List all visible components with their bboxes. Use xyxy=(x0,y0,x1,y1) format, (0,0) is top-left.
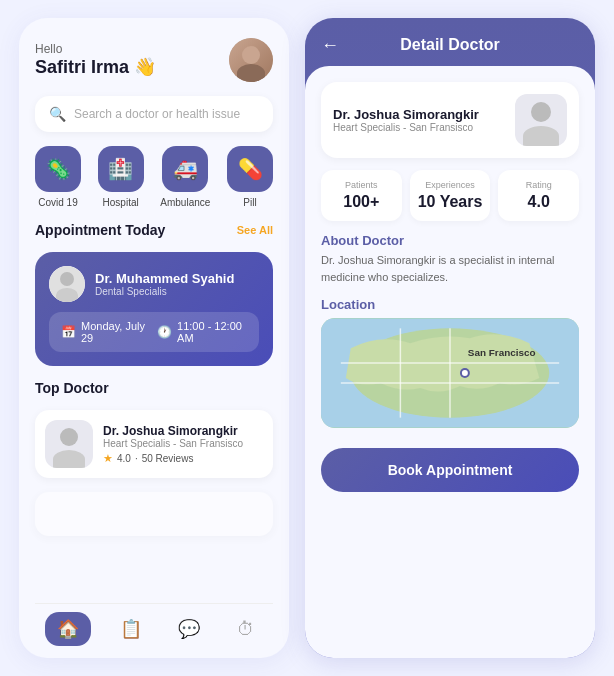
avatar-image xyxy=(229,38,273,82)
search-icon: 🔍 xyxy=(49,106,66,122)
about-title: About Doctor xyxy=(321,233,579,248)
map-svg: San Francisco xyxy=(321,318,579,428)
stat-rating-label: Rating xyxy=(506,180,571,190)
doctor-detail-name: Dr. Joshua Simorangkir xyxy=(333,107,505,122)
appointment-doc-row: Dr. Muhammed Syahid Dental Specialis xyxy=(49,266,259,302)
appointment-doc-spec: Dental Specialis xyxy=(95,286,234,297)
appointment-doc-name: Dr. Muhammed Syahid xyxy=(95,271,234,286)
stat-rating-value: 4.0 xyxy=(506,193,571,211)
appointment-date-item: 📅 Monday, July 29 xyxy=(61,320,147,344)
header-row: Hello Safitri Irma 👋 xyxy=(35,38,273,82)
calendar-icon: 📅 xyxy=(61,325,76,339)
see-all-link[interactable]: See All xyxy=(237,224,273,236)
category-hospital[interactable]: 🏥 Hospital xyxy=(98,146,144,208)
ambulance-icon: 🚑 xyxy=(162,146,208,192)
stat-patients-label: Patients xyxy=(329,180,394,190)
left-panel: Hello Safitri Irma 👋 🔍 Search a doctor o… xyxy=(19,18,289,658)
nav-home[interactable]: 🏠 xyxy=(45,612,91,646)
clock-icon: 🕐 xyxy=(157,325,172,339)
categories: 🦠 Covid 19 🏥 Hospital 🚑 Ambulance 💊 Pill xyxy=(35,146,273,208)
hospital-icon: 🏥 xyxy=(98,146,144,192)
doctor-detail-spec: Heart Specialis - San Fransisco xyxy=(333,122,505,133)
category-covid[interactable]: 🦠 Covid 19 xyxy=(35,146,81,208)
hospital-label: Hospital xyxy=(103,197,139,208)
nav-chat[interactable]: 💬 xyxy=(170,614,208,644)
top-doc-item-1-truncated xyxy=(35,492,273,536)
svg-text:San Francisco: San Francisco xyxy=(468,347,536,358)
search-placeholder: Search a doctor or health issue xyxy=(74,107,240,121)
doctor-detail-avatar xyxy=(515,94,567,146)
top-doc-avatar-0 xyxy=(45,420,93,468)
nav-calendar[interactable]: 📋 xyxy=(112,614,150,644)
appointment-doc-avatar-img xyxy=(49,266,85,302)
book-appointment-button[interactable]: Book Appointment xyxy=(321,448,579,492)
top-doc-name-0: Dr. Joshua Simorangkir xyxy=(103,424,263,438)
star-icon-0: ★ xyxy=(103,452,113,465)
stat-experiences: Experiences 10 Years xyxy=(410,170,491,221)
user-name: Safitri Irma 👋 xyxy=(35,56,156,78)
top-doc-info-0: Dr. Joshua Simorangkir Heart Specialis -… xyxy=(103,424,263,465)
top-doc-rating-0: ★ 4.0 · 50 Reviews xyxy=(103,452,263,465)
top-doctor-section-header: Top Doctor xyxy=(35,380,273,396)
stat-patients: Patients 100+ xyxy=(321,170,402,221)
top-doctor-title: Top Doctor xyxy=(35,380,109,396)
svg-point-8 xyxy=(462,370,468,376)
right-panel: ← Detail Doctor Dr. Joshua Simorangkir H… xyxy=(305,18,595,658)
covid-icon: 🦠 xyxy=(35,146,81,192)
right-content: Dr. Joshua Simorangkir Heart Specialis -… xyxy=(305,66,595,658)
rating-value-0: 4.0 xyxy=(117,453,131,464)
stat-exp-label: Experiences xyxy=(418,180,483,190)
right-title: Detail Doctor xyxy=(400,36,500,54)
appointment-date: Monday, July 29 xyxy=(81,320,147,344)
covid-label: Covid 19 xyxy=(38,197,77,208)
pill-label: Pill xyxy=(243,197,256,208)
map-container: San Francisco xyxy=(321,318,579,428)
top-doc-spec-0: Heart Specialis - San Fransisco xyxy=(103,438,263,449)
stats-row: Patients 100+ Experiences 10 Years Ratin… xyxy=(321,170,579,221)
location-section: Location San Francisco xyxy=(321,297,579,428)
greeting-block: Hello Safitri Irma 👋 xyxy=(35,42,156,78)
about-section: About Doctor Dr. Joshua Simorangkir is a… xyxy=(321,233,579,285)
bottom-nav: 🏠 📋 💬 ⏱ xyxy=(35,603,273,646)
back-button[interactable]: ← xyxy=(321,35,339,56)
pill-icon: 💊 xyxy=(227,146,273,192)
stat-rating: Rating 4.0 xyxy=(498,170,579,221)
reviews-0: 50 Reviews xyxy=(142,453,194,464)
location-title: Location xyxy=(321,297,579,312)
about-text: Dr. Joshua Simorangkir is a specialist i… xyxy=(321,252,579,285)
appointment-doc-info: Dr. Muhammed Syahid Dental Specialis xyxy=(95,271,234,297)
avatar xyxy=(229,38,273,82)
appointment-time-item: 🕐 11:00 - 12:00 AM xyxy=(157,320,247,344)
ambulance-label: Ambulance xyxy=(160,197,210,208)
stat-patients-value: 100+ xyxy=(329,193,394,211)
appointment-time: 11:00 - 12:00 AM xyxy=(177,320,247,344)
appointment-time-row: 📅 Monday, July 29 🕐 11:00 - 12:00 AM xyxy=(49,312,259,352)
category-ambulance[interactable]: 🚑 Ambulance xyxy=(160,146,210,208)
search-bar[interactable]: 🔍 Search a doctor or health issue xyxy=(35,96,273,132)
appointment-doc-avatar xyxy=(49,266,85,302)
category-pill[interactable]: 💊 Pill xyxy=(227,146,273,208)
doctor-detail-card: Dr. Joshua Simorangkir Heart Specialis -… xyxy=(321,82,579,158)
appointment-card: Dr. Muhammed Syahid Dental Specialis 📅 M… xyxy=(35,252,273,366)
nav-profile[interactable]: ⏱ xyxy=(229,615,263,644)
rating-sep-0: · xyxy=(135,453,138,464)
greeting-text: Hello xyxy=(35,42,156,56)
appointment-section-header: Appointment Today See All xyxy=(35,222,273,238)
stat-exp-value: 10 Years xyxy=(418,193,483,211)
top-doc-item-0[interactable]: Dr. Joshua Simorangkir Heart Specialis -… xyxy=(35,410,273,478)
doctor-detail-info: Dr. Joshua Simorangkir Heart Specialis -… xyxy=(333,107,505,133)
appointment-title: Appointment Today xyxy=(35,222,165,238)
right-header: ← Detail Doctor xyxy=(305,18,595,66)
